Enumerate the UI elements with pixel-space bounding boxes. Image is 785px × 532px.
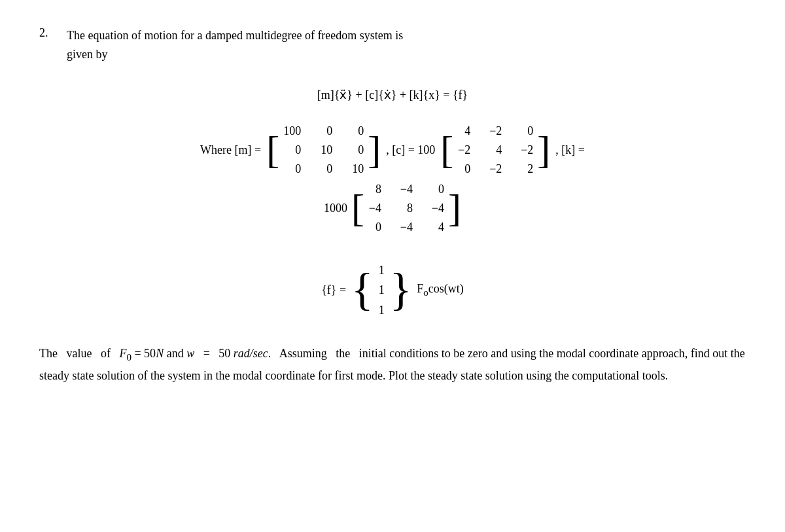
k-bracket-right: ] bbox=[448, 188, 461, 228]
matrices-line1: Where [m] = [ 100 0 0 0 10 0 0 0 10 ] , bbox=[200, 123, 585, 177]
c-matrix-grid: 4 −2 0 −2 4 −2 0 −2 2 bbox=[455, 123, 536, 177]
problem-header: 2. The equation of motion for a damped m… bbox=[39, 26, 746, 64]
c-bracket-left: [ bbox=[440, 130, 453, 169]
k-scalar: 1000 bbox=[324, 202, 347, 215]
k-matrix-grid: 8 −4 0 −4 8 −4 0 −4 4 bbox=[366, 181, 447, 236]
c-bracket-right: ] bbox=[537, 130, 550, 169]
k-matrix-wrap: [ 8 −4 0 −4 8 −4 0 −4 4 ] bbox=[351, 181, 461, 236]
paragraph-text: The value of F0 = 50N and w = 50 rad/sec… bbox=[39, 347, 745, 382]
title-line1: The equation of motion for a damped mult… bbox=[67, 29, 403, 42]
where-m-label: Where [m] = bbox=[200, 143, 261, 157]
k-label: , [k] = bbox=[555, 143, 585, 157]
force-equation: {f} = { 1 1 1 } Focos(wt) bbox=[39, 258, 746, 323]
matrices-block: Where [m] = [ 100 0 0 0 10 0 0 0 10 ] , bbox=[39, 123, 746, 236]
title-line2: given by bbox=[67, 48, 108, 61]
k-bracket-left: [ bbox=[351, 188, 364, 228]
m-bracket-right: ] bbox=[368, 130, 381, 169]
f-vector-wrap: { 1 1 1 } bbox=[351, 258, 411, 323]
problem-number: 2. bbox=[39, 26, 59, 40]
f-curly-left: { bbox=[351, 267, 374, 313]
c-matrix-wrap: [ 4 −2 0 −2 4 −2 0 −2 2 ] bbox=[440, 123, 550, 177]
c-label: , [c] = 100 bbox=[386, 143, 435, 157]
m-bracket-left: [ bbox=[266, 130, 279, 169]
problem-title: The equation of motion for a damped mult… bbox=[67, 26, 403, 64]
m-matrix-grid: 100 0 0 0 10 0 0 0 10 bbox=[281, 123, 366, 177]
f-label: {f} = bbox=[321, 283, 346, 297]
f-vector-values: 1 1 1 bbox=[375, 258, 389, 323]
m-matrix-wrap: [ 100 0 0 0 10 0 0 0 10 ] bbox=[266, 123, 381, 177]
f-curly-right: } bbox=[390, 267, 412, 313]
paragraph-block: The value of F0 = 50N and w = 50 rad/sec… bbox=[39, 344, 746, 386]
f-suffix: Focos(wt) bbox=[417, 282, 464, 298]
matrices-line2: 1000 [ 8 −4 0 −4 8 −4 0 −4 4 ] bbox=[324, 181, 461, 236]
main-equation: [m]{ẍ} + [c]{ẋ} + [k]{x} = {f} bbox=[39, 88, 746, 102]
problem-container: 2. The equation of motion for a damped m… bbox=[39, 26, 746, 386]
